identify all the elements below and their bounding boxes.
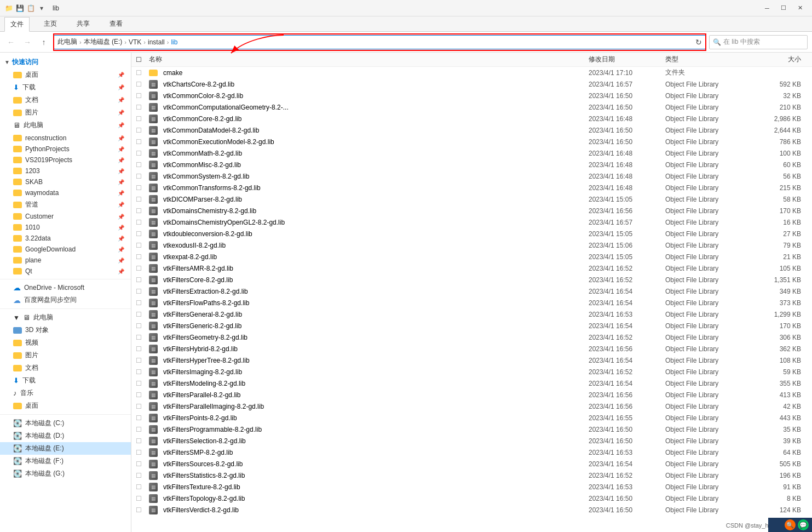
table-row[interactable]: ☐ vtkFiltersTexture-8.2-gd.lib 2023/4/1 …: [131, 482, 812, 493]
sidebar-item-googledownload[interactable]: GoogleDownload 📌: [0, 244, 131, 255]
row-checkbox[interactable]: ☐: [136, 265, 149, 272]
sidebar-item-downloads2[interactable]: ⬇ 下载: [0, 374, 131, 387]
sidebar-item-3dobjects[interactable]: 3D 对象: [0, 324, 131, 336]
table-row[interactable]: ☐ vtkChartsCore-8.2-gd.lib 2023/4/1 16:5…: [131, 79, 812, 90]
crumb-install[interactable]: install: [148, 38, 165, 46]
col-header-name[interactable]: 名称: [149, 55, 589, 64]
ribbon-tab-home[interactable]: 主页: [38, 17, 62, 31]
table-row[interactable]: ☐ vtkCommonSystem-8.2-gd.lib 2023/4/1 16…: [131, 171, 812, 182]
table-row[interactable]: ☐ vtkFiltersVerdict-8.2-gd.lib 2023/4/1 …: [131, 505, 812, 516]
row-checkbox[interactable]: ☐: [136, 81, 149, 88]
row-checkbox[interactable]: ☐: [136, 288, 149, 295]
sidebar-item-pictures[interactable]: 图片 📌: [0, 106, 131, 119]
ribbon-tab-share[interactable]: 共享: [71, 17, 95, 31]
table-row[interactable]: ☐ vtkFiltersAMR-8.2-gd.lib 2023/4/1 16:5…: [131, 263, 812, 274]
table-row[interactable]: ☐ vtkFiltersSources-8.2-gd.lib 2023/4/1 …: [131, 459, 812, 470]
col-header-date[interactable]: 修改日期: [589, 55, 665, 64]
row-checkbox[interactable]: ☐: [136, 69, 149, 77]
table-row[interactable]: ☐ vtkFiltersExtraction-8.2-gd.lib 2023/4…: [131, 286, 812, 298]
sidebar-item-skab[interactable]: SKAB 📌: [0, 176, 131, 187]
table-row[interactable]: ☐ vtkFiltersModeling-8.2-gd.lib 2023/4/1…: [131, 378, 812, 390]
refresh-button[interactable]: ↻: [695, 38, 702, 47]
table-row[interactable]: ☐ vtkCommonComputationalGeometry-8.2-...…: [131, 102, 812, 113]
row-checkbox[interactable]: ☐: [136, 506, 149, 514]
row-checkbox[interactable]: ☐: [136, 276, 149, 284]
crumb-vtk[interactable]: VTK: [129, 38, 141, 46]
table-row[interactable]: ☐ cmake 2023/4/1 17:10 文件夹: [131, 67, 812, 79]
row-checkbox[interactable]: ☐: [136, 380, 149, 387]
sidebar-item-onedrive[interactable]: ☁ OneDrive - Microsoft: [0, 282, 131, 294]
table-row[interactable]: ☐ vtkCommonExecutionModel-8.2-gd.lib 202…: [131, 136, 812, 148]
maximize-button[interactable]: ☐: [776, 3, 791, 14]
row-checkbox[interactable]: ☐: [136, 230, 149, 238]
sidebar-item-reconstruction[interactable]: reconstruction 📌: [0, 133, 131, 144]
sidebar-item-documents2[interactable]: 文档: [0, 362, 131, 374]
table-row[interactable]: ☐ vtkCommonDataModel-8.2-gd.lib 2023/4/1…: [131, 125, 812, 136]
row-checkbox[interactable]: ☐: [136, 472, 149, 479]
minimize-button[interactable]: ─: [759, 3, 775, 14]
row-checkbox[interactable]: ☐: [136, 460, 149, 468]
table-row[interactable]: ☐ vtkDomainsChemistry-8.2-gd.lib 2023/4/…: [131, 205, 812, 217]
row-checkbox[interactable]: ☐: [136, 196, 149, 203]
sidebar-item-waymodata[interactable]: waymodata 📌: [0, 187, 131, 198]
table-row[interactable]: ☐ vtkFiltersTopology-8.2-gd.lib 2023/4/1…: [131, 493, 812, 505]
sidebar-item-drive-d[interactable]: 💽 本地磁盘 (D:): [0, 430, 131, 442]
table-row[interactable]: ☐ vtkFiltersGeneric-8.2-gd.lib 2023/4/1 …: [131, 321, 812, 332]
dropdown-icon[interactable]: ▾: [37, 4, 46, 13]
search-box[interactable]: 🔍 在 lib 中搜索: [709, 35, 808, 49]
row-checkbox[interactable]: ☐: [136, 426, 149, 433]
sidebar-item-drive-e[interactable]: 💽 本地磁盘 (E:): [0, 442, 131, 455]
sidebar-item-drive-f[interactable]: 💽 本地磁盘 (F:): [0, 455, 131, 467]
sidebar-item-customer[interactable]: Customer 📌: [0, 211, 131, 222]
sidebar-item-1010[interactable]: 1010 📌: [0, 222, 131, 233]
table-row[interactable]: ☐ vtkFiltersHyperTree-8.2-gd.lib 2023/4/…: [131, 355, 812, 367]
row-checkbox[interactable]: ☐: [136, 138, 149, 146]
table-row[interactable]: ☐ vtkFiltersGeneral-8.2-gd.lib 2023/4/1 …: [131, 309, 812, 321]
table-row[interactable]: ☐ vtkFiltersImaging-8.2-gd.lib 2023/4/1 …: [131, 367, 812, 378]
row-checkbox[interactable]: ☐: [136, 184, 149, 192]
sidebar-item-drive-g[interactable]: 💽 本地磁盘 (G:): [0, 467, 131, 480]
sidebar-item-videos[interactable]: 视频: [0, 336, 131, 349]
row-checkbox[interactable]: ☐: [136, 115, 149, 123]
ribbon-tab-file[interactable]: 文件: [4, 17, 30, 32]
sidebar-item-music[interactable]: ♪ 音乐: [0, 387, 131, 399]
row-checkbox[interactable]: ☐: [136, 150, 149, 157]
sidebar-item-downloads[interactable]: ⬇ 下载 📌: [0, 81, 131, 94]
address-box[interactable]: 此电脑 › 本地磁盘 (E:) › VTK › install › lib ↻: [54, 35, 706, 49]
row-checkbox[interactable]: ☐: [136, 483, 149, 491]
crumb-thispc[interactable]: 此电脑: [57, 37, 77, 47]
sidebar-item-thispc[interactable]: 🖥 此电脑 📌: [0, 119, 131, 131]
crumb-drive[interactable]: 本地磁盘 (E:): [84, 37, 123, 47]
table-row[interactable]: ☐ vtkdoubleconversion-8.2-gd.lib 2023/4/…: [131, 228, 812, 240]
sidebar-item-vs2019[interactable]: VS2019Projects 📌: [0, 155, 131, 165]
table-row[interactable]: ☐ vtkFiltersParallelImaging-8.2-gd.lib 2…: [131, 401, 812, 413]
row-checkbox[interactable]: ☐: [136, 414, 149, 422]
sidebar-item-pythonprojects[interactable]: PythonProjects 📌: [0, 144, 131, 155]
table-row[interactable]: ☐ vtkFiltersParallel-8.2-gd.lib 2023/4/1…: [131, 390, 812, 401]
row-checkbox[interactable]: ☐: [136, 391, 149, 399]
table-row[interactable]: ☐ vtkexodusII-8.2-gd.lib 2023/4/1 15:06 …: [131, 240, 812, 251]
row-checkbox[interactable]: ☐: [136, 253, 149, 261]
sidebar-item-documents[interactable]: 文档 📌: [0, 94, 131, 106]
table-row[interactable]: ☐ vtkDomainsChemistryOpenGL2-8.2-gd.lib …: [131, 217, 812, 228]
row-checkbox[interactable]: ☐: [136, 345, 149, 353]
table-row[interactable]: ☐ vtkFiltersFlowPaths-8.2-gd.lib 2023/4/…: [131, 298, 812, 309]
check-all[interactable]: ☐: [136, 56, 149, 64]
table-row[interactable]: ☐ vtkFiltersSelection-8.2-gd.lib 2023/4/…: [131, 436, 812, 447]
table-row[interactable]: ☐ vtkexpat-8.2-gd.lib 2023/4/1 15:05 Obj…: [131, 251, 812, 263]
quick-access-header[interactable]: ▼ 快速访问: [0, 56, 131, 68]
taskbar-icon-2[interactable]: 💬: [798, 519, 809, 530]
forward-button[interactable]: →: [21, 36, 34, 49]
row-checkbox[interactable]: ☐: [136, 437, 149, 445]
col-header-size[interactable]: 大小: [753, 55, 808, 64]
sidebar-item-qt[interactable]: Qt 📌: [0, 266, 131, 277]
table-row[interactable]: ☐ vtkFiltersGeometry-8.2-gd.lib 2023/4/1…: [131, 332, 812, 344]
sidebar-item-plane[interactable]: plane 📌: [0, 255, 131, 266]
table-row[interactable]: ☐ vtkCommonMisc-8.2-gd.lib 2023/4/1 16:4…: [131, 159, 812, 171]
row-checkbox[interactable]: ☐: [136, 368, 149, 376]
row-checkbox[interactable]: ☐: [136, 127, 149, 134]
row-checkbox[interactable]: ☐: [136, 322, 149, 330]
sidebar-item-322data[interactable]: 3.22data 📌: [0, 233, 131, 244]
table-row[interactable]: ☐ vtkCommonTransforms-8.2-gd.lib 2023/4/…: [131, 182, 812, 194]
table-row[interactable]: ☐ vtkCommonMath-8.2-gd.lib 2023/4/1 16:4…: [131, 148, 812, 159]
